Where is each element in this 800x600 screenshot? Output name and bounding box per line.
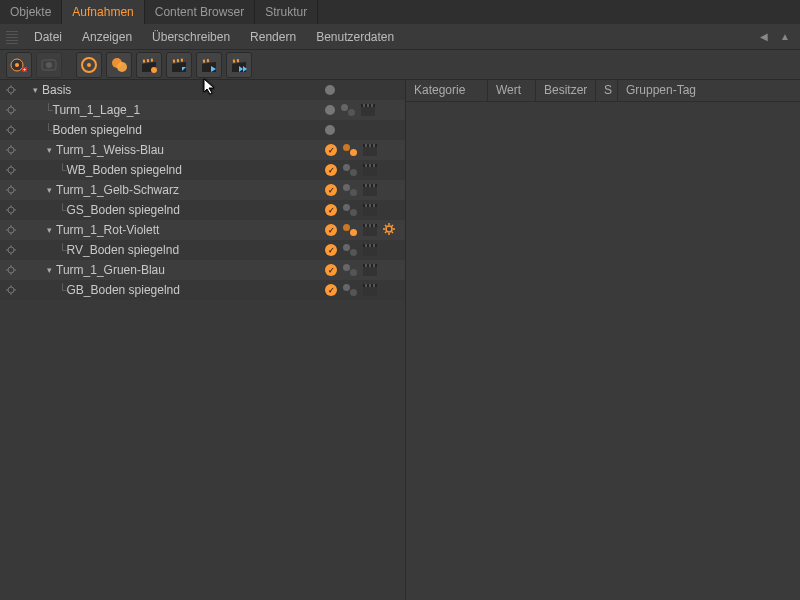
take-label[interactable]: Turm_1_Gelb-Schwarz (56, 183, 179, 197)
menu-anzeigen[interactable]: Anzeigen (72, 27, 142, 47)
status-check-icon[interactable]: ✓ (325, 224, 337, 236)
tab-struktur[interactable]: Struktur (255, 0, 318, 24)
row-target-icon[interactable] (0, 185, 22, 195)
col-gruppen-tag[interactable]: Gruppen-Tag (618, 80, 800, 101)
render-clap-icon[interactable] (363, 164, 377, 176)
row-target-icon[interactable] (0, 105, 22, 115)
gear-icon[interactable] (383, 223, 395, 238)
auto-take-button[interactable] (36, 52, 62, 78)
status-dot-icon[interactable] (325, 85, 335, 95)
tree-row[interactable]: ▾Turm_1_Rot-Violett✓ (0, 220, 405, 240)
take-label[interactable]: Turm_1_Rot-Violett (56, 223, 159, 237)
menu-ueberschreiben[interactable]: Überschreiben (142, 27, 240, 47)
status-check-icon[interactable]: ✓ (325, 164, 337, 176)
camera-pair-icon[interactable] (343, 284, 357, 296)
col-kategorie[interactable]: Kategorie (406, 80, 488, 101)
menu-rendern[interactable]: Rendern (240, 27, 306, 47)
status-check-icon[interactable]: ✓ (325, 144, 337, 156)
grip-icon[interactable] (6, 30, 18, 44)
col-besitzer[interactable]: Besitzer (536, 80, 596, 101)
expander-icon[interactable]: ▾ (30, 85, 40, 95)
col-s[interactable]: S (596, 80, 618, 101)
expander-icon[interactable]: ▾ (44, 265, 54, 275)
render-clap-icon[interactable] (363, 284, 377, 296)
tree-row[interactable]: ▾Turm_1_Gruen-Blau✓ (0, 260, 405, 280)
take-label[interactable]: GB_Boden spiegelnd (67, 283, 180, 297)
arrow-up-icon[interactable]: ▲ (776, 31, 794, 42)
status-check-icon[interactable]: ✓ (325, 204, 337, 216)
render-clap-icon[interactable] (363, 244, 377, 256)
svg-point-5 (46, 62, 52, 68)
status-check-icon[interactable]: ✓ (325, 284, 337, 296)
camera-pair-icon[interactable] (343, 204, 357, 216)
row-target-icon[interactable] (0, 225, 22, 235)
take-tree-panel: ▾Basis└ Turm_1_Lage_1└ Boden spiegelnd▾T… (0, 80, 406, 600)
status-check-icon[interactable]: ✓ (325, 244, 337, 256)
col-wert[interactable]: Wert (488, 80, 536, 101)
expander-icon[interactable]: ▾ (44, 185, 54, 195)
status-dot-icon[interactable] (325, 125, 335, 135)
camera-pair-icon[interactable] (343, 144, 357, 156)
override-group-button[interactable] (106, 52, 132, 78)
take-label[interactable]: WB_Boden spiegelnd (67, 163, 182, 177)
attribute-panel: Kategorie Wert Besitzer S Gruppen-Tag (406, 80, 800, 600)
tree-row[interactable]: └ RV_Boden spiegelnd✓ (0, 240, 405, 260)
camera-pair-icon[interactable] (341, 104, 355, 116)
row-target-icon[interactable] (0, 245, 22, 255)
status-check-icon[interactable]: ✓ (325, 184, 337, 196)
row-target-icon[interactable] (0, 285, 22, 295)
tree-row[interactable]: ▾Turm_1_Gelb-Schwarz✓ (0, 180, 405, 200)
row-target-icon[interactable] (0, 85, 22, 95)
row-target-icon[interactable] (0, 145, 22, 155)
take-label[interactable]: Turm_1_Gruen-Blau (56, 263, 165, 277)
expander-icon[interactable]: ▾ (44, 225, 54, 235)
render-clap-icon[interactable] (363, 184, 377, 196)
tree-row[interactable]: └ Turm_1_Lage_1 (0, 100, 405, 120)
tab-objekte[interactable]: Objekte (0, 0, 62, 24)
camera-pair-icon[interactable] (343, 184, 357, 196)
take-label[interactable]: Boden spiegelnd (53, 123, 142, 137)
render-marked-button[interactable] (166, 52, 192, 78)
override-button[interactable] (76, 52, 102, 78)
svg-text:+: + (23, 66, 27, 72)
svg-rect-13 (143, 59, 145, 62)
take-label[interactable]: Basis (42, 83, 71, 97)
tree-row[interactable]: └ GB_Boden spiegelnd✓ (0, 280, 405, 300)
tree-row[interactable]: └ GS_Boden spiegelnd✓ (0, 200, 405, 220)
tree-row[interactable]: └ WB_Boden spiegelnd✓ (0, 160, 405, 180)
render-clap-icon[interactable] (363, 204, 377, 216)
tab-aufnahmen[interactable]: Aufnahmen (62, 0, 144, 24)
menu-datei[interactable]: Datei (24, 27, 72, 47)
render-clap-icon[interactable] (361, 104, 375, 116)
take-label[interactable]: Turm_1_Weiss-Blau (56, 143, 164, 157)
menu-benutzerdaten[interactable]: Benutzerdaten (306, 27, 404, 47)
take-label[interactable]: RV_Boden spiegelnd (67, 243, 180, 257)
render-all-next-button[interactable] (196, 52, 222, 78)
row-target-icon[interactable] (0, 165, 22, 175)
take-label[interactable]: Turm_1_Lage_1 (53, 103, 141, 117)
row-target-icon[interactable] (0, 205, 22, 215)
render-clap-icon[interactable] (363, 224, 377, 236)
row-target-icon[interactable] (0, 125, 22, 135)
render-all-button[interactable] (226, 52, 252, 78)
tree-row[interactable]: ▾Turm_1_Weiss-Blau✓ (0, 140, 405, 160)
tree-row[interactable]: └ Boden spiegelnd (0, 120, 405, 140)
status-check-icon[interactable]: ✓ (325, 264, 337, 276)
status-dot-icon[interactable] (325, 105, 335, 115)
tab-bar: Objekte Aufnahmen Content Browser Strukt… (0, 0, 800, 24)
tree-row[interactable]: ▾Basis (0, 80, 405, 100)
take-label[interactable]: GS_Boden spiegelnd (67, 203, 180, 217)
row-target-icon[interactable] (0, 265, 22, 275)
camera-pair-icon[interactable] (343, 164, 357, 176)
svg-point-50 (8, 167, 14, 173)
camera-pair-icon[interactable] (343, 264, 357, 276)
expander-icon[interactable]: ▾ (44, 145, 54, 155)
render-clap-icon[interactable] (363, 144, 377, 156)
camera-pair-icon[interactable] (343, 224, 357, 236)
new-take-button[interactable]: + (6, 52, 32, 78)
camera-pair-icon[interactable] (343, 244, 357, 256)
render-take-button[interactable] (136, 52, 162, 78)
tab-content-browser[interactable]: Content Browser (145, 0, 255, 24)
arrow-left-icon[interactable]: ◀ (756, 31, 772, 42)
render-clap-icon[interactable] (363, 264, 377, 276)
